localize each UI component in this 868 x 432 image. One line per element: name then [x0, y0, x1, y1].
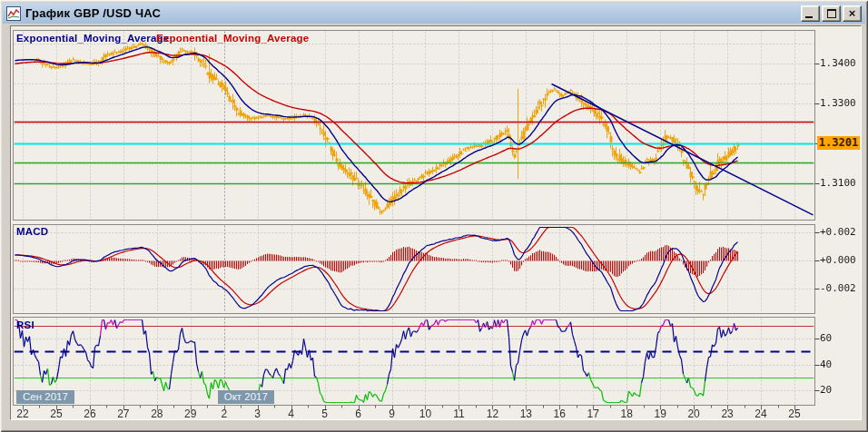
chart-icon	[6, 6, 21, 21]
maximize-icon	[827, 9, 836, 18]
window-controls: ×	[799, 5, 862, 22]
minimize-icon	[805, 16, 813, 18]
window-title: График GBP /USD ЧАС	[25, 6, 161, 20]
title-bar[interactable]: График GBP /USD ЧАС ×	[3, 3, 865, 24]
maximize-button[interactable]	[822, 5, 841, 22]
app-window: График GBP /USD ЧАС × Exponential_Moving…	[0, 0, 868, 432]
chart-canvas[interactable]	[0, 0, 868, 432]
minimize-button[interactable]	[801, 5, 820, 22]
close-icon: ×	[849, 6, 856, 20]
close-button[interactable]: ×	[843, 5, 862, 22]
